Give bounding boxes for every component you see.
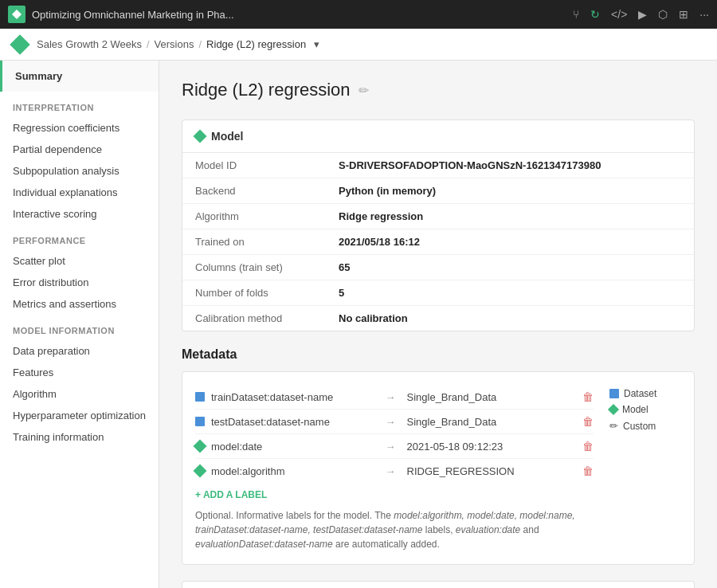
- arrow-icon-3: →: [386, 441, 396, 453]
- model-icon-2: [194, 465, 207, 478]
- sidebar-item-algorithm[interactable]: Algorithm: [0, 383, 159, 405]
- sidebar-item-data-preparation[interactable]: Data preparation: [0, 340, 159, 362]
- columns-value: 65: [326, 255, 694, 280]
- sidebar-section-performance: PERFORMANCE: [0, 225, 159, 250]
- table-row: Backend Python (in memory): [182, 178, 694, 204]
- metadata-section: Metadata trainDataset:dataset-name → Sin…: [182, 347, 695, 565]
- topbar-title: Optimizing Omnichannel Marketing in Pha.…: [32, 9, 566, 21]
- table-row: Model ID S-DRIVERSOFADOPTION-MaoGNSzN-16…: [182, 153, 694, 178]
- legend-custom: ✏ Custom: [609, 420, 681, 432]
- model-card-title: Model: [211, 130, 243, 143]
- app-logo: [8, 6, 25, 23]
- metadata-row-2: testDataset:dataset-name → Single_Brand_…: [195, 410, 594, 434]
- content-area: Ridge (L2) regression ✏ Model Model ID S…: [159, 61, 717, 588]
- code-icon[interactable]: </>: [611, 8, 627, 21]
- algorithm-label: Algorithm: [182, 204, 326, 229]
- add-label-button[interactable]: + ADD A LABEL: [195, 483, 594, 504]
- meta-value-4: RIDGE_REGRESSION: [407, 465, 570, 477]
- model-card-header: Model: [182, 120, 694, 153]
- topbar-icons: ⑂ ↻ </> ▶ ⬡ ⊞ ···: [573, 8, 709, 21]
- model-info-table: Model ID S-DRIVERSOFADOPTION-MaoGNSzN-16…: [182, 153, 694, 331]
- trained-on-label: Trained on: [182, 229, 326, 255]
- sidebar-item-individual-explanations[interactable]: Individual explanations: [0, 182, 159, 203]
- sidebar-item-features[interactable]: Features: [0, 362, 159, 383]
- svg-marker-0: [12, 10, 22, 19]
- dataset-icon-2: [195, 417, 205, 426]
- table-row: Calibration method No calibration: [182, 306, 694, 331]
- columns-label: Columns (train set): [182, 255, 326, 280]
- delete-icon-1[interactable]: 🗑: [582, 390, 594, 403]
- model-icon-1: [194, 440, 207, 453]
- more-icon[interactable]: ···: [699, 8, 709, 21]
- table-row: Trained on 2021/05/18 16:12: [182, 229, 694, 255]
- sidebar-item-partial-dependence[interactable]: Partial dependence: [0, 139, 159, 160]
- sidebar-section-model-information: MODEL INFORMATION: [0, 315, 159, 340]
- delete-icon-3[interactable]: 🗑: [582, 440, 594, 453]
- calibration-value: No calibration: [326, 306, 694, 331]
- delete-icon-4[interactable]: 🗑: [582, 465, 594, 477]
- model-legend-icon: [608, 404, 619, 415]
- grid-icon[interactable]: ⊞: [679, 8, 688, 21]
- metadata-note: Optional. Informative labels for the mod…: [195, 508, 594, 551]
- page-title: Ridge (L2) regression: [182, 80, 351, 100]
- arrow-icon-1: →: [386, 391, 396, 403]
- breadcrumb-bar: Sales Growth 2 Weeks / Versions / Ridge …: [0, 29, 717, 61]
- model-id-value: S-DRIVERSOFADOPTION-MaoGNSzN-16213471739…: [326, 153, 694, 178]
- meta-key-3: model:date: [211, 441, 374, 453]
- meta-key-1: trainDataset:dataset-name: [211, 391, 374, 403]
- sidebar-item-subpopulation-analysis[interactable]: Subpopulation analysis: [0, 160, 159, 182]
- legend-dataset-label: Dataset: [624, 388, 656, 399]
- model-diamond-icon: [194, 130, 207, 143]
- topbar: Optimizing Omnichannel Marketing in Pha.…: [0, 0, 717, 29]
- custom-legend-icon: ✏: [609, 420, 618, 432]
- folds-label: Number of folds: [182, 280, 326, 306]
- trained-on-value: 2021/05/18 16:12: [326, 229, 694, 255]
- breadcrumb-project[interactable]: Sales Growth 2 Weeks: [37, 38, 142, 50]
- governance-card: ↩ Governance status ↗ Synced on Dataiku …: [182, 581, 695, 588]
- page-title-row: Ridge (L2) regression ✏: [182, 80, 695, 100]
- sidebar-item-training-information[interactable]: Training information: [0, 426, 159, 448]
- deploy-icon[interactable]: ⬡: [658, 8, 668, 21]
- sidebar-item-regression-coefficients[interactable]: Regression coefficients: [0, 117, 159, 139]
- legend-model-label: Model: [622, 404, 648, 415]
- refresh-icon[interactable]: ↻: [590, 8, 600, 21]
- metadata-legend: Dataset Model ✏ Custom: [609, 385, 681, 551]
- breadcrumb-dropdown-icon[interactable]: ▾: [314, 38, 319, 50]
- backend-value: Python (in memory): [326, 178, 694, 204]
- delete-icon-2[interactable]: 🗑: [582, 415, 594, 428]
- main-layout: Summary INTERPRETATION Regression coeffi…: [0, 61, 717, 588]
- breadcrumb-versions[interactable]: Versions: [155, 38, 194, 50]
- calibration-label: Calibration method: [182, 306, 326, 331]
- play-icon[interactable]: ▶: [638, 8, 647, 21]
- meta-key-4: model:algorithm: [211, 465, 374, 477]
- legend-dataset: Dataset: [609, 388, 681, 399]
- dataset-icon: [195, 392, 205, 402]
- algorithm-value: Ridge regression: [326, 204, 694, 229]
- sidebar-item-interactive-scoring[interactable]: Interactive scoring: [0, 203, 159, 225]
- arrow-icon-2: →: [386, 416, 396, 428]
- dataset-legend-icon: [609, 389, 619, 398]
- breadcrumb-sep-2: /: [198, 38, 202, 50]
- branch-icon[interactable]: ⑂: [573, 8, 579, 21]
- meta-key-2: testDataset:dataset-name: [211, 416, 374, 428]
- arrow-icon-4: →: [386, 465, 396, 477]
- sidebar-item-scatter-plot[interactable]: Scatter plot: [0, 250, 159, 272]
- model-id-label: Model ID: [182, 153, 326, 178]
- sidebar-item-metrics-assertions[interactable]: Metrics and assertions: [0, 293, 159, 315]
- metadata-row-1: trainDataset:dataset-name → Single_Brand…: [195, 385, 594, 410]
- sidebar-item-summary[interactable]: Summary: [0, 61, 159, 92]
- table-row: Algorithm Ridge regression: [182, 204, 694, 229]
- sidebar: Summary INTERPRETATION Regression coeffi…: [0, 61, 159, 588]
- table-row: Columns (train set) 65: [182, 255, 694, 280]
- meta-value-1: Single_Brand_Data: [407, 391, 570, 403]
- metadata-table-side: trainDataset:dataset-name → Single_Brand…: [195, 385, 594, 551]
- table-row: Number of folds 5: [182, 280, 694, 306]
- backend-label: Backend: [182, 178, 326, 204]
- sidebar-item-hyperparameter-optimization[interactable]: Hyperparameter optimization: [0, 405, 159, 426]
- metadata-row-3: model:date → 2021-05-18 09:12:23 🗑: [195, 434, 594, 459]
- project-diamond: [10, 34, 29, 54]
- legend-custom-label: Custom: [623, 421, 656, 432]
- metadata-row-4: model:algorithm → RIDGE_REGRESSION 🗑: [195, 459, 594, 483]
- sidebar-item-error-distribution[interactable]: Error distribution: [0, 272, 159, 293]
- edit-title-icon[interactable]: ✏: [358, 83, 369, 98]
